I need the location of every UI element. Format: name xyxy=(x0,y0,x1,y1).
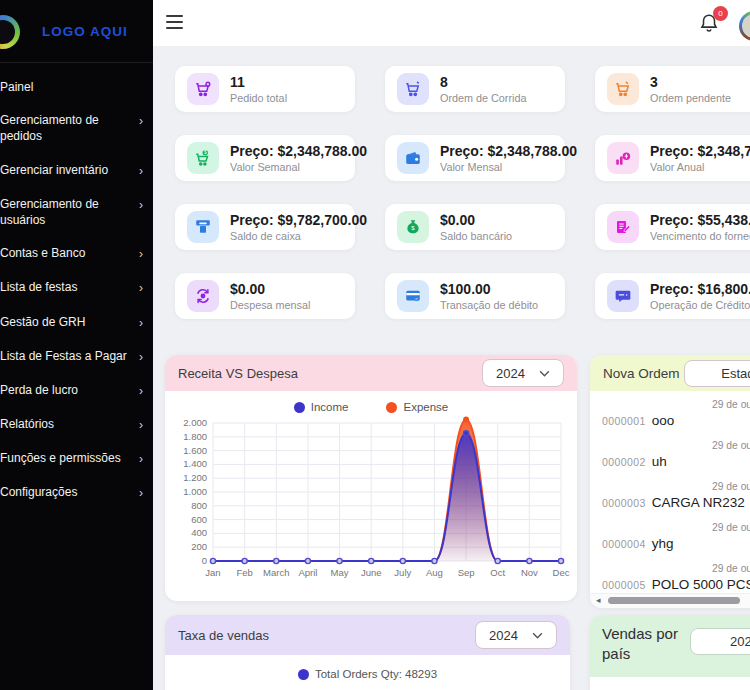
sidebar-item-gestao-grh[interactable]: Gestão de GRH › xyxy=(0,314,143,331)
stat-label: Valor Semanal xyxy=(230,161,347,173)
stat-value: 8 xyxy=(440,74,526,90)
svg-text:2.000: 2.000 xyxy=(183,417,207,428)
sidebar-item-perda-lucro[interactable]: Perda de lucro › xyxy=(0,382,143,399)
scrollbar-thumb[interactable] xyxy=(608,597,740,604)
revenue-year-dropdown[interactable]: 2024 xyxy=(482,359,564,387)
sidebar: LOGO AQUI Painel Gerenciamento de pedido… xyxy=(0,0,153,690)
money-exchange-icon xyxy=(187,280,219,312)
sidebar-item-lista-festas[interactable]: Lista de festas › xyxy=(0,279,143,296)
stat-value: $100.00 xyxy=(440,281,538,297)
svg-text:Sep: Sep xyxy=(458,567,475,578)
sidebar-item-funcoes-permissoes[interactable]: Funções e permissões › xyxy=(0,450,143,467)
svg-text:July: July xyxy=(394,567,411,578)
orders-qty-legend-dot xyxy=(298,669,309,680)
notification-badge: 0 xyxy=(713,6,728,21)
sidebar-item-painel[interactable]: Painel xyxy=(0,79,143,95)
chart-legend: Income Expense xyxy=(165,401,577,413)
sidebar-item-relatorios[interactable]: Relatórios › xyxy=(0,416,143,433)
wallet-icon xyxy=(397,142,429,174)
notifications-button[interactable]: 0 xyxy=(698,12,722,38)
horizontal-scrollbar[interactable]: ◂ xyxy=(590,593,750,608)
card-saldo-bancario[interactable]: $ $0.00Saldo bancário xyxy=(385,204,565,250)
svg-text:600: 600 xyxy=(191,514,207,525)
svg-text:Jan: Jan xyxy=(205,567,220,578)
svg-text:200: 200 xyxy=(191,541,207,552)
stat-value: Preço: $2,348,788.00 xyxy=(650,143,750,159)
svg-text:Oct: Oct xyxy=(490,567,505,578)
svg-text:Dec: Dec xyxy=(553,567,570,578)
sales-by-country-panel: Vendas por país 2024 xyxy=(590,615,750,690)
stat-label: Ordem pendente xyxy=(650,92,731,104)
sidebar-item-gerenciar-inventario[interactable]: Gerenciar inventário › xyxy=(0,162,143,179)
logo-row: LOGO AQUI xyxy=(0,0,153,63)
sales-rate-panel: Taxa de vendas 2024 Total Orders Qty: 48… xyxy=(165,615,570,690)
new-orders-panel: Nova Ordem Estado 29 de ou 0000001ooo 29… xyxy=(590,355,750,608)
top-header: 0 xyxy=(153,0,750,46)
sidebar-item-configuracoes[interactable]: Configurações › xyxy=(0,484,143,501)
order-id: 0000004 xyxy=(602,538,646,550)
svg-text:Nov: Nov xyxy=(521,567,538,578)
chevron-right-icon: › xyxy=(139,113,143,129)
stat-label: Vencimento do fornecedor xyxy=(650,230,750,242)
stat-label: Despesa mensal xyxy=(230,299,310,311)
sidebar-item-gerenciamento-usuarios[interactable]: Gerenciamento de usuários › xyxy=(0,196,143,228)
stat-label: Saldo bancário xyxy=(440,230,512,242)
card-ordem-corrida[interactable]: 8Ordem de Corrida xyxy=(385,66,565,112)
panel-title: Vendas por país xyxy=(602,624,694,665)
atm-icon xyxy=(187,211,219,243)
card-vencimento-fornecedor[interactable]: Preço: $55,438.00Vencimento do fornecedo… xyxy=(595,204,750,250)
card-transacao-debito[interactable]: $100.00Transação de débito xyxy=(385,273,565,319)
order-name: CARGA NR232 xyxy=(652,495,745,510)
stat-label: Ordem de Corrida xyxy=(440,92,526,104)
hamburger-menu-icon[interactable] xyxy=(166,15,183,33)
chevron-down-icon xyxy=(539,370,550,377)
svg-text:800: 800 xyxy=(191,500,207,511)
panel-title: Receita VS Despesa xyxy=(178,366,298,381)
sales-rate-year-dropdown[interactable]: 2024 xyxy=(475,621,557,649)
estado-filter-dropdown[interactable]: Estado xyxy=(684,360,750,387)
chevron-right-icon: › xyxy=(139,349,143,365)
stat-value: $0.00 xyxy=(230,281,310,297)
chevron-right-icon: › xyxy=(139,163,143,179)
card-valor-semanal[interactable]: $ Preço: $2,348,788.00Valor Semanal xyxy=(175,135,355,181)
card-valor-anual[interactable]: Preço: $2,348,788.00Valor Anual xyxy=(595,135,750,181)
stat-label: Pedido total xyxy=(230,92,287,104)
order-row[interactable]: 29 de ou 0000001ooo xyxy=(602,397,750,438)
card-operacao-credito[interactable]: Preço: $16,800.00Operação de Crédito xyxy=(595,273,750,319)
card-ordem-pendente[interactable]: 3Ordem pendente xyxy=(595,66,750,112)
stat-value: $0.00 xyxy=(440,212,512,228)
sidebar-item-gerenciamento-pedidos[interactable]: Gerenciamento de pedidos › xyxy=(0,112,143,144)
stat-value: Preço: $55,438.00 xyxy=(650,212,750,228)
order-id: 0000002 xyxy=(602,456,646,468)
sidebar-item-festas-pagar[interactable]: Lista de Festas a Pagar › xyxy=(0,348,143,365)
chevron-right-icon: › xyxy=(139,246,143,262)
order-row[interactable]: 29 de ou 0000002uh xyxy=(602,438,750,479)
user-avatar[interactable] xyxy=(739,11,750,41)
card-despesa-mensal[interactable]: $0.00Despesa mensal xyxy=(175,273,355,319)
card-valor-mensal[interactable]: Preço: $2,348,788.00Valor Mensal xyxy=(385,135,565,181)
card-saldo-caixa[interactable]: Preço: $9,782,700.00Saldo de caixa xyxy=(175,204,355,250)
card-pedido-total[interactable]: 11Pedido total xyxy=(175,66,355,112)
svg-text:June: June xyxy=(361,567,382,578)
credit-card-chat-icon xyxy=(607,280,639,312)
app-logo-icon xyxy=(0,15,20,49)
stat-label: Valor Mensal xyxy=(440,161,557,173)
stat-label: Saldo de caixa xyxy=(230,230,347,242)
chevron-right-icon: › xyxy=(139,485,143,501)
scroll-left-icon[interactable]: ◂ xyxy=(596,595,601,605)
order-name: yhg xyxy=(652,536,674,551)
chevron-right-icon: › xyxy=(139,417,143,433)
svg-text:May: May xyxy=(331,567,349,578)
order-date: 29 de ou xyxy=(712,399,750,410)
sidebar-item-contas-banco[interactable]: Contas e Banco › xyxy=(0,245,143,262)
order-row[interactable]: 29 de ou 0000004yhg xyxy=(602,520,750,561)
cart-icon xyxy=(397,73,429,105)
svg-text:0: 0 xyxy=(202,555,207,566)
order-row[interactable]: 29 de ou 0000003CARGA NR232 xyxy=(602,479,750,520)
svg-text:400: 400 xyxy=(191,527,207,538)
stat-cards-grid: 11Pedido total 8Ordem de Corrida 3Ordem … xyxy=(175,66,750,319)
sales-country-year-dropdown[interactable]: 2024 xyxy=(690,628,750,655)
chevron-right-icon: › xyxy=(139,280,143,296)
revenue-expense-panel: Receita VS Despesa 2024 Income Expense 0… xyxy=(165,355,577,601)
stat-label: Operação de Crédito xyxy=(650,299,750,311)
